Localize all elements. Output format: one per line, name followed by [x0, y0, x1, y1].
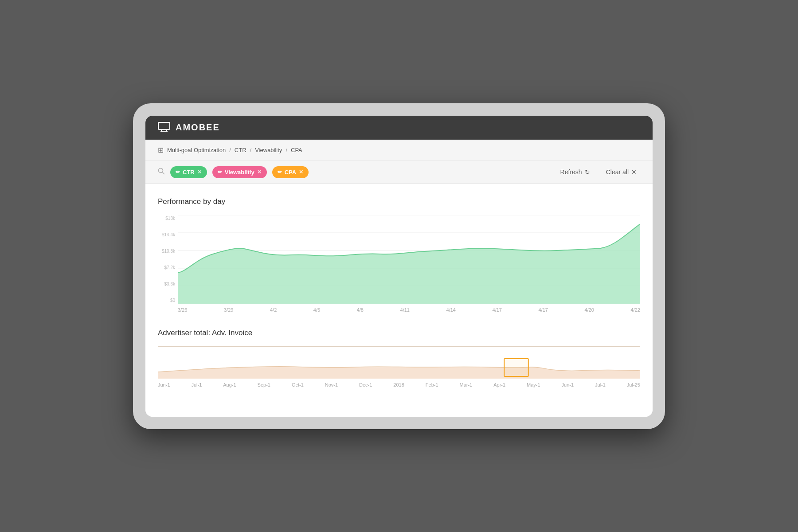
- refresh-label: Refresh: [560, 168, 582, 176]
- tag-viewability: ✏ Viewabiltiy ✕: [212, 166, 267, 178]
- x-label-42: 4/2: [270, 307, 277, 313]
- y-label-4: $3.6k: [164, 282, 175, 286]
- x-label-420: 4/20: [584, 307, 594, 313]
- y-label-5: $0: [170, 298, 175, 303]
- x-label-2018: 2018: [393, 382, 404, 387]
- x-label-sep1: Sep-1: [258, 382, 270, 387]
- x-label-jul1b: Jul-1: [595, 382, 606, 387]
- breadcrumb-sep-1: /: [229, 147, 231, 153]
- x-label-may1: May-1: [527, 382, 540, 387]
- device-inner: AMOBEE ⊞ Multi-goal Optimization / CTR /…: [145, 116, 653, 417]
- tag-cpa: ✏ CPA ✕: [272, 166, 309, 178]
- main-content: Performance by day $18k $14.4k $10.8k $7…: [145, 184, 653, 417]
- clear-all-icon: ✕: [631, 168, 637, 176]
- tag-ctr: ✏ CTR ✕: [170, 166, 207, 178]
- tag-viewability-icon: ✏: [218, 169, 222, 175]
- y-label-2: $10.8k: [162, 249, 175, 254]
- perf-chart-svg-container: 3/26 3/29 4/2 4/5 4/8 4/11 4/14 4/17 4/1…: [178, 215, 640, 313]
- performance-chart-title: Performance by day: [158, 197, 640, 206]
- x-label-326: 3/26: [178, 307, 187, 313]
- search-icon[interactable]: [158, 168, 165, 176]
- x-label-apr1: Apr-1: [493, 382, 505, 387]
- x-label-417b: 4/17: [539, 307, 548, 313]
- app-logo-text: AMOBEE: [176, 122, 220, 133]
- breadcrumb-bar: ⊞ Multi-goal Optimization / CTR / Viewab…: [145, 140, 653, 161]
- x-label-feb1: Feb-1: [426, 382, 438, 387]
- svg-rect-0: [158, 122, 170, 129]
- y-label-1: $14.4k: [162, 232, 175, 237]
- breadcrumb-item-2[interactable]: CTR: [235, 147, 246, 153]
- adv-chart-svg: [158, 348, 640, 379]
- x-label-jun1: Jun-1: [158, 382, 170, 387]
- adv-chart-wrapper: Jun-1 Jul-1 Aug-1 Sep-1 Oct-1 Nov-1 Dec-…: [158, 346, 640, 387]
- x-label-45: 4/5: [313, 307, 320, 313]
- x-label-422: 4/22: [630, 307, 640, 313]
- tag-viewability-label: Viewabiltiy: [225, 169, 254, 176]
- perf-chart-wrapper: $18k $14.4k $10.8k $7.2k $3.6k $0: [158, 215, 640, 313]
- filter-actions: Refresh ↻ Clear all ✕: [557, 167, 640, 177]
- clear-all-label: Clear all: [606, 168, 629, 176]
- adv-x-labels: Jun-1 Jul-1 Aug-1 Sep-1 Oct-1 Nov-1 Dec-…: [158, 380, 640, 387]
- tag-ctr-icon: ✏: [176, 169, 180, 175]
- advertiser-chart-title: Advertiser total: Adv. Invoice: [158, 329, 640, 337]
- x-label-aug1: Aug-1: [223, 382, 236, 387]
- device-frame: AMOBEE ⊞ Multi-goal Optimization / CTR /…: [133, 103, 665, 429]
- x-label-jun1b: Jun-1: [562, 382, 574, 387]
- perf-y-axis: $18k $14.4k $10.8k $7.2k $3.6k $0: [158, 215, 178, 304]
- refresh-button[interactable]: Refresh ↻: [557, 167, 594, 177]
- breadcrumb-item-3[interactable]: Viewability: [255, 147, 282, 153]
- refresh-icon: ↻: [585, 168, 590, 176]
- filter-bar: ✏ CTR ✕ ✏ Viewabiltiy ✕ ✏ CPA ✕ Refresh …: [145, 161, 653, 184]
- breadcrumb-item-4[interactable]: CPA: [291, 147, 302, 153]
- perf-area-fill: [178, 224, 640, 304]
- tag-ctr-close[interactable]: ✕: [197, 169, 202, 175]
- x-label-oct1: Oct-1: [292, 382, 304, 387]
- breadcrumb-item-1[interactable]: Multi-goal Optimization: [167, 147, 226, 153]
- x-label-48: 4/8: [357, 307, 364, 313]
- tag-cpa-label: CPA: [285, 169, 296, 176]
- tag-cpa-close[interactable]: ✕: [299, 169, 303, 175]
- adv-selection-box[interactable]: [504, 359, 528, 376]
- tag-cpa-icon: ✏: [278, 169, 282, 175]
- top-nav-bar: AMOBEE: [145, 116, 653, 140]
- x-label-417a: 4/17: [493, 307, 502, 313]
- x-label-jul1: Jul-1: [191, 382, 202, 387]
- x-label-329: 3/29: [224, 307, 233, 313]
- y-label-3: $7.2k: [164, 265, 175, 270]
- clear-all-button[interactable]: Clear all ✕: [602, 167, 640, 177]
- y-label-0: $18k: [165, 216, 175, 221]
- x-label-mar1: Mar-1: [460, 382, 473, 387]
- breadcrumb-sep-2: /: [250, 147, 252, 153]
- logo-monitor-icon: [158, 122, 170, 133]
- x-label-411: 4/11: [400, 307, 410, 313]
- advertiser-chart-section: Advertiser total: Adv. Invoice: [158, 329, 640, 387]
- breadcrumb-sep-3: /: [286, 147, 287, 153]
- grid-icon: ⊞: [158, 146, 164, 154]
- x-label-414: 4/14: [446, 307, 456, 313]
- x-label-dec1: Dec-1: [359, 382, 372, 387]
- tag-ctr-label: CTR: [183, 169, 195, 176]
- perf-chart-svg: [178, 215, 640, 304]
- tag-viewability-close[interactable]: ✕: [257, 169, 262, 175]
- x-label-jul25: Jul-25: [627, 382, 640, 387]
- performance-chart-section: Performance by day $18k $14.4k $10.8k $7…: [158, 197, 640, 313]
- adv-area-fill: [158, 366, 640, 378]
- svg-line-5: [163, 172, 164, 174]
- x-label-nov1: Nov-1: [325, 382, 338, 387]
- perf-x-labels: 3/26 3/29 4/2 4/5 4/8 4/11 4/14 4/17 4/1…: [178, 305, 640, 313]
- adv-top-line: [158, 346, 640, 347]
